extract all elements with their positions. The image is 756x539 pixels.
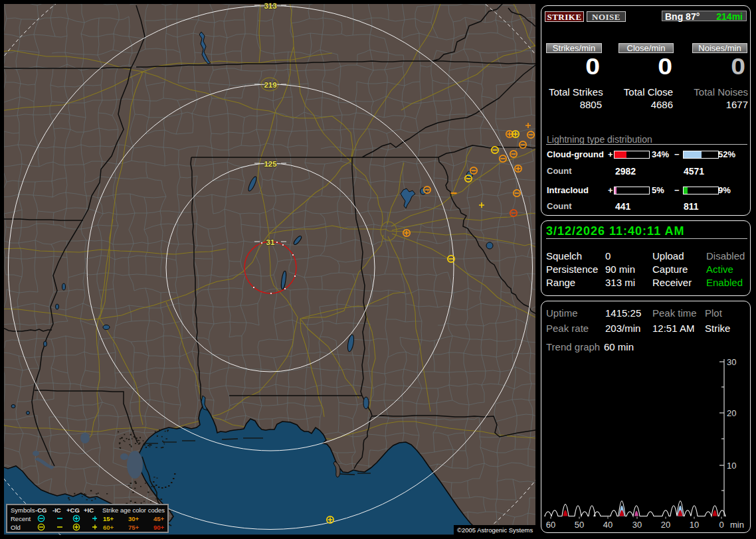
svg-text:min: min [730,520,744,530]
svg-text:30: 30 [632,520,642,530]
svg-text:125: 125 [264,160,277,168]
svg-text:20: 20 [661,520,670,530]
svg-text:20: 20 [727,408,736,418]
svg-text:31: 31 [266,238,275,246]
svg-text:10: 10 [727,461,736,471]
svg-text:40: 40 [603,520,613,530]
svg-text:313: 313 [264,2,276,10]
svg-text:0: 0 [719,520,723,530]
svg-text:10: 10 [690,520,699,530]
svg-text:60: 60 [546,520,555,530]
svg-text:50: 50 [575,520,584,530]
svg-text:30: 30 [727,357,736,367]
svg-text:219: 219 [264,81,276,89]
